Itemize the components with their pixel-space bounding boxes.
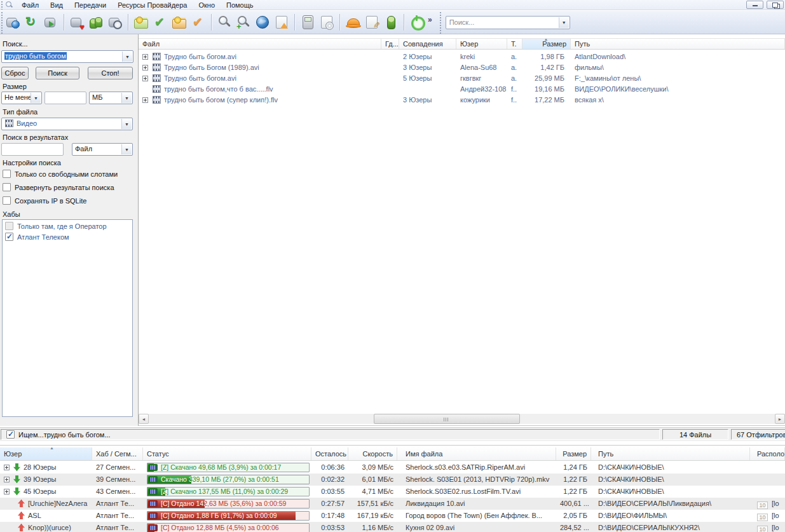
menu-file[interactable]: Файл: [16, 1, 44, 10]
favorite-hubs-icon[interactable]: [69, 15, 85, 30]
menu-transfers[interactable]: Передачи: [69, 1, 112, 10]
minimize-button[interactable]: [746, 1, 763, 9]
col-path[interactable]: Путь: [571, 39, 785, 49]
col-matches[interactable]: Совпадения: [399, 39, 456, 49]
transfer-row[interactable]: Knop))(uruce) Атлант Те... [C] Отдано 12…: [0, 522, 785, 532]
scrollbar-thumb[interactable]: [374, 414, 520, 424]
chevron-down-icon[interactable]: ▼: [121, 144, 132, 154]
option-expand-results[interactable]: Развернуть результаты поиска: [3, 183, 114, 191]
search-button[interactable]: Поиск: [36, 67, 79, 79]
quick-search-combobox[interactable]: Поиск... ▼: [446, 16, 570, 29]
hash-progress-icon[interactable]: [300, 15, 315, 30]
result-row[interactable]: Трудно быть Богом (1989).avi 3 Юзеры Ale…: [139, 62, 785, 73]
network-stats-icon[interactable]: [274, 15, 289, 30]
recent-hubs-icon[interactable]: [107, 15, 123, 30]
restore-button[interactable]: [767, 1, 784, 9]
chevron-down-icon[interactable]: ▼: [121, 119, 132, 129]
expand-toggle[interactable]: [4, 477, 10, 482]
reconnect-icon[interactable]: [24, 15, 39, 30]
col-status[interactable]: Статус: [143, 447, 311, 460]
auto-search-checkbox[interactable]: [6, 430, 15, 439]
col-size[interactable]: Размер: [556, 447, 591, 460]
col-time-left[interactable]: Осталось: [311, 447, 348, 460]
transfer-row[interactable]: 28 Юзеры 27 Сегмен... [Z] Скачано 49,68 …: [0, 461, 785, 474]
checkbox-unchecked[interactable]: [3, 183, 11, 191]
col-size[interactable]: ▲ Размер: [522, 39, 571, 49]
download-queue-icon[interactable]: [133, 15, 149, 30]
col-file[interactable]: Файл: [139, 39, 381, 49]
col-user[interactable]: Юзер: [456, 39, 507, 49]
size-mode-combobox[interactable]: Не менее ▼: [1, 92, 42, 104]
col-user[interactable]: ▲ Юзер: [0, 447, 92, 460]
public-hubs-icon[interactable]: [5, 15, 20, 30]
shutdown-icon[interactable]: [409, 15, 425, 30]
finished-uploads-icon[interactable]: [191, 15, 206, 30]
option-free-slots[interactable]: Только со свободными слотами: [3, 170, 118, 178]
menu-help[interactable]: Помощь: [221, 1, 259, 10]
upload-queue-icon[interactable]: [172, 15, 187, 30]
chevron-down-icon[interactable]: ▼: [559, 17, 569, 28]
menu-window[interactable]: Окно: [193, 1, 221, 10]
hub-item-atlant-telecom[interactable]: Атлант Телеком: [3, 231, 132, 242]
expand-toggle[interactable]: [142, 97, 148, 103]
favorite-users-icon[interactable]: [88, 15, 104, 30]
transfer-row[interactable]: 39 Юзеры 39 Сегмен... Скачано 339,10 МБ …: [0, 474, 785, 486]
notepad-icon[interactable]: [364, 15, 379, 30]
result-row[interactable]: трудно быть богом,что б вас.....flv Андр…: [139, 84, 785, 95]
file-lists-icon[interactable]: [319, 15, 334, 30]
transfer-user: ASL: [28, 512, 41, 519]
size-value-input[interactable]: [44, 92, 86, 104]
checkbox-checked[interactable]: [5, 233, 13, 241]
follow-redirect-icon[interactable]: [43, 15, 58, 30]
finished-downloads-icon[interactable]: [153, 15, 168, 30]
user-icon[interactable]: [383, 15, 399, 30]
transfer-row[interactable]: 45 Юзеры 43 Сегмен... [Z] Скачано 137,55…: [0, 486, 785, 498]
expand-toggle[interactable]: [4, 489, 10, 494]
toolbar-overflow-chevron[interactable]: »: [428, 15, 432, 24]
col-path[interactable]: Путь: [594, 447, 750, 460]
col-speed[interactable]: Скорость: [348, 447, 397, 460]
checkbox-unchecked[interactable]: [3, 170, 11, 178]
results-filter-input[interactable]: [1, 143, 64, 156]
stop-button[interactable]: Стоп!: [88, 67, 133, 79]
scroll-right-button[interactable]: ►: [775, 414, 785, 424]
transfer-row[interactable]: [Uruchie]NezАлега Атлант Те... [C] Отдан…: [0, 498, 785, 510]
checkbox-disabled[interactable]: [5, 222, 13, 230]
filetype-combobox[interactable]: Видео ▼: [1, 118, 133, 130]
expand-toggle[interactable]: [142, 54, 148, 60]
search-spy-icon[interactable]: [255, 15, 270, 30]
result-row[interactable]: Трудно быть богом.avi 5 Юзеры гквгвкг a.…: [139, 73, 785, 84]
search-icon[interactable]: [217, 15, 232, 30]
adl-search-icon[interactable]: +: [236, 15, 251, 30]
chevron-down-icon[interactable]: ▼: [122, 51, 132, 62]
scroll-left-button[interactable]: ◄: [139, 414, 149, 424]
col-location[interactable]: Расположение: [753, 447, 785, 460]
expand-toggle[interactable]: [142, 76, 148, 81]
size-label: Размер: [3, 83, 27, 90]
reset-button[interactable]: Сброс: [1, 67, 29, 79]
col-filename[interactable]: Имя файла: [402, 447, 556, 460]
transfer-user: [Uruchie]NezАлега: [28, 500, 87, 507]
col-where[interactable]: Гд...: [381, 39, 399, 49]
option-save-ip[interactable]: Сохранять IP в SQLite: [3, 196, 86, 205]
size-unit-combobox[interactable]: МБ ▼: [89, 92, 133, 104]
menu-provider-resources[interactable]: Ресурсы Провайдера: [112, 1, 193, 10]
menu-view[interactable]: Вид: [44, 1, 69, 10]
searchbar-grip[interactable]: [439, 11, 442, 34]
expand-toggle[interactable]: [4, 465, 10, 470]
col-type[interactable]: Т.: [507, 39, 522, 49]
transfer-row[interactable]: ASL Атлант Те... [C] Отдано 1,88 ГБ (91,…: [0, 510, 785, 522]
horizontal-scrollbar[interactable]: ◄ ►: [139, 414, 785, 424]
result-row[interactable]: Трудно быть богом.avi 2 Юзеры kreki a. 1…: [139, 51, 785, 62]
hub-item-operator-only[interactable]: Только там, где я Оператор: [3, 220, 132, 231]
chevron-down-icon[interactable]: ▼: [31, 93, 41, 103]
search-term-combobox[interactable]: трудно быть богом ▼: [1, 50, 133, 63]
checkbox-unchecked[interactable]: [3, 196, 11, 205]
expand-toggle[interactable]: [142, 65, 148, 71]
col-hub-segments[interactable]: Хаб / Сегм...: [92, 447, 143, 460]
result-row[interactable]: трудно быть богом (супер клип!).flv 3 Юз…: [139, 95, 785, 106]
results-filter-combobox[interactable]: Файл ▼: [72, 143, 133, 156]
menubar-grip[interactable]: [0, 0, 3, 10]
hard-hat-icon[interactable]: [345, 15, 360, 30]
chevron-down-icon[interactable]: ▼: [121, 93, 132, 103]
